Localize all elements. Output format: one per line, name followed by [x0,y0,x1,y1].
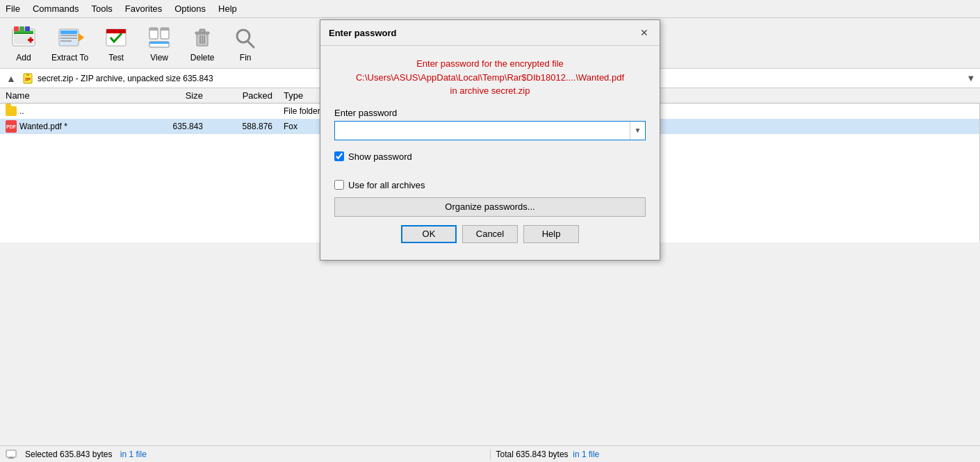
svg-line-30 [247,41,254,47]
svg-rect-7 [19,26,24,31]
column-name-header[interactable]: Name [0,90,139,101]
view-icon [145,24,173,51]
show-password-checkbox[interactable] [334,151,344,161]
status-left-blue: in 1 file [120,449,147,459]
svg-text:ZIP: ZIP [25,77,31,81]
menu-commands[interactable]: Commands [27,2,84,15]
password-input[interactable] [335,122,630,140]
dialog-message-line1: Enter password for the encrypted file [334,57,646,71]
dialog-title: Enter password [329,28,397,38]
address-path: secret.zip - ZIP archive, unpacked size … [38,74,213,83]
status-left: Selected 635.843 bytes in 1 file [0,449,490,459]
dialog-footer: OK Cancel Help [334,225,646,249]
show-password-row: Show password [334,151,646,162]
toolbar-add-label: Add [16,53,31,63]
delete-icon [188,24,216,51]
svg-rect-13 [60,38,77,39]
toolbar-add-button[interactable]: Add [3,21,44,65]
status-left-text: Selected 635.843 bytes [25,449,112,459]
column-packed-header[interactable]: Packed [209,90,278,101]
zip-icon: ZIP [22,73,33,84]
status-right-blue: in 1 file [573,449,599,459]
use-all-archives-label: Use for all archives [348,180,425,190]
password-label: Enter password [334,108,646,118]
toolbar-extract-button[interactable]: Extract To [46,21,94,65]
toolbar-test-button[interactable]: Test [95,21,137,65]
use-all-archives-checkbox[interactable] [334,180,344,190]
password-input-wrap: ▼ [334,121,646,140]
file-name-cell: PDF Wanted.pdf * [0,120,139,133]
menu-tools[interactable]: Tools [85,2,117,15]
dialog-message-line2: C:\Users\ASUS\AppData\Local\Temp\Rar$DIb… [334,71,646,85]
pdf-icon: PDF [6,120,17,133]
show-password-label: Show password [348,151,412,162]
dialog-message-line3: in archive secret.zip [334,84,646,98]
dialog-message: Enter password for the encrypted file C:… [334,57,646,98]
svg-rect-12 [60,35,77,36]
dialog-body: Enter password for the encrypted file C:… [320,46,660,260]
svg-rect-14 [60,40,72,42]
menu-file[interactable]: File [0,2,26,15]
help-button[interactable]: Help [523,225,579,243]
status-right: Total 635.843 bytes in 1 file [490,449,981,459]
menu-bar: File Commands Tools Favorites Options He… [0,0,980,18]
use-all-archives-row: Use for all archives [334,180,646,190]
password-history-dropdown[interactable]: ▼ [630,122,645,140]
column-size-header[interactable]: Size [139,90,209,101]
toolbar-view-button[interactable]: View [138,21,180,65]
svg-marker-11 [79,33,84,42]
dialog-title-bar: Enter password ✕ [320,20,660,46]
toolbar-delete-label: Delete [190,53,215,63]
svg-rect-18 [149,28,158,31]
file-size-cell: 635.843 [139,122,209,131]
find-icon [231,24,259,51]
status-monitor-icon [6,449,18,459]
test-icon [102,24,130,51]
svg-rect-36 [8,458,14,459]
address-dropdown-button[interactable]: ▼ [965,72,977,85]
status-right-text: Total 635.843 bytes [496,449,569,459]
svg-rect-16 [106,29,126,33]
dialog-close-button[interactable]: ✕ [637,26,651,40]
menu-help[interactable]: Help [213,2,243,15]
status-icons [6,449,18,459]
toolbar-view-label: View [150,53,168,63]
svg-rect-6 [14,26,19,31]
svg-rect-10 [60,31,77,34]
toolbar-find-label: Fin [240,53,252,63]
svg-rect-22 [149,42,169,44]
file-name-cell: .. [0,106,139,116]
add-icon [10,24,38,51]
svg-rect-32 [26,74,29,76]
toolbar-delete-button[interactable]: Delete [181,21,223,65]
folder-icon [6,106,17,116]
cancel-button[interactable]: Cancel [462,225,518,243]
svg-rect-5 [30,38,32,43]
toolbar-extract-label: Extract To [51,53,88,63]
svg-rect-8 [25,26,30,31]
toolbar-find-button[interactable]: Fin [224,21,266,65]
enter-password-dialog: Enter password ✕ Enter password for the … [320,19,660,261]
menu-options[interactable]: Options [169,2,211,15]
extract-icon [56,24,84,51]
file-packed-cell: 588.876 [209,122,278,131]
status-bar: Selected 635.843 bytes in 1 file Total 6… [0,445,980,462]
svg-rect-20 [161,28,169,31]
ok-button[interactable]: OK [401,225,457,243]
svg-rect-25 [199,29,205,33]
toolbar-test-label: Test [108,53,124,63]
svg-rect-34 [6,450,16,457]
address-up-button[interactable]: ▲ [3,70,19,87]
menu-favorites[interactable]: Favorites [120,2,168,15]
organize-passwords-button[interactable]: Organize passwords... [334,197,646,217]
